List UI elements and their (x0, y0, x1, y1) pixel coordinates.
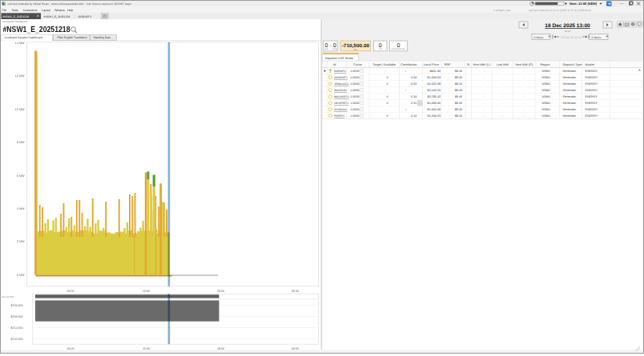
svg-text:ENERGY: ENERGY (586, 102, 598, 105)
svg-text:$3,162.22: $3,162.22 (428, 89, 441, 92)
svg-text:Tools: Tools (12, 9, 19, 12)
svg-text:--: -- (483, 102, 485, 105)
svg-text:≤: ≤ (330, 44, 332, 47)
svg-text:AS AT: AS AT (565, 30, 571, 33)
svg-text:MANSLR1: MANSLR1 (334, 89, 347, 92)
svg-text:0: 0 (387, 102, 388, 105)
svg-text:Dispatch Type: Dispatch Type (563, 63, 582, 66)
svg-text:Region: Region (541, 63, 550, 66)
svg-text:—: — (620, 2, 624, 6)
svg-text:NSW1: NSW1 (542, 95, 551, 98)
svg-text:Generator: Generator (563, 108, 577, 111)
svg-text:Bound MW: Bound MW (2, 295, 14, 298)
svg-text:GENCONSETINV: GENCONSETINV (392, 48, 406, 50)
svg-text:2 MW: 2 MW (17, 240, 25, 243)
svg-text:ENERGY: ENERGY (586, 76, 598, 79)
svg-text:0 MW: 0 MW (17, 274, 25, 277)
svg-text:Factor: Factor (353, 63, 362, 66)
svg-text:18 Dec 2025 13:00: 18 Dec 2025 13:00 (545, 23, 590, 29)
svg-text:0: 0 (405, 108, 407, 111)
svg-text:Contribution: Contribution (400, 63, 417, 66)
svg-text:MW: MW (354, 49, 358, 51)
svg-text:ENERGY: ENERGY (586, 70, 598, 73)
svg-text:1.0000: 1.0000 (350, 76, 359, 79)
svg-text:06:00: 06:00 (66, 347, 74, 350)
svg-text:$1,022.68: $1,022.68 (428, 82, 441, 86)
svg-text:18 Dec 25 13:00: 18 Dec 25 13:00 (561, 36, 582, 39)
svg-text:Help: Help (67, 9, 73, 12)
svg-text:PARSF1: PARSF1 (334, 114, 344, 118)
svg-text:NSW1: NSW1 (542, 82, 551, 86)
svg-text:--: -- (523, 114, 525, 118)
svg-text:Market: Market (586, 63, 596, 66)
svg-text:4 MW: 4 MW (17, 207, 25, 210)
svg-text:$712,500: $712,500 (11, 326, 23, 330)
svg-text:$8.45: $8.45 (455, 82, 462, 86)
svg-text:-$1,000.00: -$1,000.00 (426, 108, 441, 111)
svg-text:--: -- (501, 95, 503, 98)
svg-text:0.52: 0.52 (411, 76, 417, 79)
svg-text:3 widgets open: 3 widgets open (493, 9, 511, 12)
svg-text:/: / (385, 108, 386, 111)
svg-text:10 MW: 10 MW (15, 108, 25, 111)
svg-text:ez2view Australia by Global Ro: ez2view Australia by Global Roam - www.e… (8, 2, 132, 6)
svg-text:$708,500: $708,500 (11, 315, 23, 318)
svg-text:--: -- (483, 95, 485, 98)
svg-text:--: -- (483, 82, 485, 86)
svg-text:0: 0 (405, 89, 407, 92)
svg-text:--: -- (523, 82, 525, 86)
svg-text:$8.45: $8.45 (455, 76, 462, 79)
svg-text:$8.45: $8.45 (455, 70, 462, 73)
svg-text:$704,500: $704,500 (11, 304, 23, 307)
svg-text:18:00: 18:00 (217, 347, 224, 350)
svg-text:00:00: 00:00 (292, 290, 299, 293)
svg-text:1.0000: 1.0000 (350, 114, 359, 118)
svg-text:Generator: Generator (563, 95, 577, 98)
svg-text:Next MW (G): Next MW (G) (515, 63, 533, 66)
svg-text:Generator: Generator (563, 70, 577, 73)
svg-text:$8.45: $8.45 (455, 108, 462, 111)
svg-text:--: -- (501, 108, 503, 111)
svg-text:NSW1: NSW1 (542, 70, 551, 73)
svg-text:$3,785.42: $3,785.42 (428, 95, 441, 98)
svg-text:--: -- (483, 89, 485, 92)
svg-text:Generator: Generator (563, 76, 577, 79)
svg-text:LHS: LHS (324, 48, 328, 50)
svg-text:Next: 13:05 (NEM): Next: 13:05 (NEM) (570, 2, 598, 6)
svg-text:NSW1: NSW1 (542, 89, 551, 92)
svg-text:12 MW: 12 MW (15, 74, 25, 78)
svg-text:$8.45: $8.45 (455, 102, 462, 105)
svg-text:--: -- (501, 114, 503, 118)
svg-text:/: / (385, 70, 386, 73)
svg-text:Equation LHS Terms: Equation LHS Terms (325, 57, 353, 60)
svg-text:$8.45: $8.45 (455, 114, 462, 118)
svg-text:RHS: RHS (332, 48, 337, 50)
svg-text:Constraint Dashboard: Constraint Dashboard (2, 20, 27, 23)
svg-text:12:00: 12:00 (143, 290, 150, 293)
svg-text:12:00: 12:00 (143, 347, 150, 350)
svg-text:Last MW: Last MW (497, 63, 509, 66)
svg-text:0: 0 (387, 82, 388, 86)
svg-text:#NSW1_E_20251218: #NSW1_E_20251218 (2, 15, 29, 18)
svg-text:BODWF1: BODWF1 (334, 70, 346, 73)
svg-text:0: 0 (387, 114, 388, 118)
svg-text:#NSW1_E_20251218: #NSW1_E_20251218 (44, 15, 70, 18)
svg-text:0: 0 (397, 43, 400, 49)
svg-text:6 hours: 6 hours (592, 36, 602, 39)
svg-text:Id: Id (333, 63, 336, 66)
svg-text:$1,209.53: $1,209.53 (428, 114, 441, 118)
svg-text:MOLNGSF1: MOLNGSF1 (334, 95, 349, 98)
svg-text:06:00: 06:00 (66, 290, 74, 293)
svg-text:--: -- (501, 76, 503, 79)
svg-text:14 MW: 14 MW (15, 42, 25, 45)
svg-text:--: -- (483, 76, 485, 79)
svg-text:--: -- (501, 102, 503, 105)
svg-text:Generator: Generator (563, 102, 577, 105)
svg-text:ENERGY: ENERGY (586, 114, 598, 118)
svg-text:1.0000: 1.0000 (350, 70, 359, 73)
svg-text:1.0000: 1.0000 (350, 82, 359, 86)
svg-text:--: -- (483, 70, 485, 73)
svg-text:0: 0 (405, 70, 407, 73)
svg-text:NSW1: NSW1 (542, 114, 551, 118)
svg-text:GOONSF1: GOONSF1 (78, 15, 92, 18)
